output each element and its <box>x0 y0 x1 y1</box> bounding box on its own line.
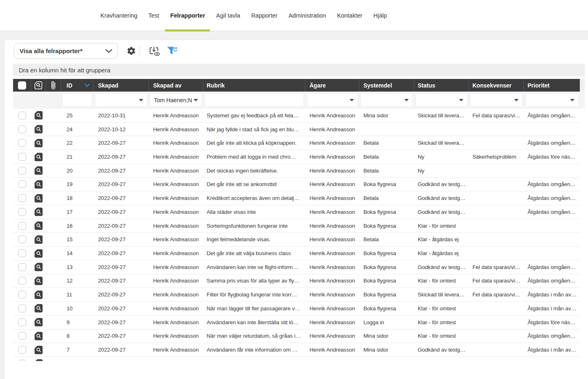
table-row[interactable]: 242022-10-12Henrik AndreassonNär jag fyl… <box>13 123 580 137</box>
preview-document-icon[interactable] <box>34 221 43 230</box>
row-checkbox[interactable] <box>18 277 26 285</box>
row-checkbox[interactable] <box>18 208 26 216</box>
table-row[interactable] <box>13 357 580 361</box>
column-header-sel[interactable] <box>13 79 31 92</box>
filter-skapad-input[interactable] <box>96 94 147 106</box>
cell-skapad: 2022-09-27 <box>94 264 149 270</box>
preview-document-icon[interactable] <box>34 235 43 244</box>
column-header-konsekvenser[interactable]: Konsekvenser <box>469 79 524 92</box>
preview-document-icon[interactable] <box>34 207 43 216</box>
filter-systemdel-input[interactable] <box>361 94 412 106</box>
view-selector-dropdown[interactable]: Visa alla felrapporter* <box>14 43 118 59</box>
filter-rubrik-input[interactable] <box>205 94 303 106</box>
column-header-skapadav[interactable]: Skapad av <box>149 79 203 92</box>
tab-kontakter[interactable]: Kontakter <box>337 0 363 31</box>
preview-document-icon[interactable] <box>34 290 43 299</box>
table-row[interactable]: 112022-09-27Henrik AndreassonFilter för … <box>13 288 580 302</box>
table-row[interactable]: 92022-09-27Henrik AndreassonAnvändaren k… <box>13 316 580 330</box>
preview-document-icon[interactable] <box>34 318 43 327</box>
row-checkbox[interactable] <box>18 139 26 147</box>
column-header-prioritet[interactable]: Prioritet <box>524 79 580 92</box>
row-checkbox[interactable] <box>18 291 26 298</box>
filter-skapadav-input[interactable]: Tom Haenen;N <box>151 94 201 106</box>
cell-rubrik: Problem med att logga in med chro… <box>203 154 305 160</box>
table-row[interactable]: 122022-09-27Henrik AndreassonSamma pris … <box>13 274 580 288</box>
tab-felrapporter[interactable]: Felrapporter <box>170 0 205 31</box>
row-checkbox[interactable] <box>18 194 26 202</box>
row-checkbox[interactable] <box>18 167 26 175</box>
preview-document-icon[interactable] <box>34 111 43 120</box>
tab-test[interactable]: Test <box>148 0 159 31</box>
select-all-checkbox[interactable] <box>18 81 26 90</box>
column-header-id[interactable]: ID <box>61 79 94 92</box>
table-row[interactable]: 252022-10-31Henrik AndreassonSystemet ga… <box>13 109 580 123</box>
row-preview-cell <box>31 249 46 258</box>
preview-document-icon[interactable] <box>34 125 43 134</box>
tab-rapporter[interactable]: Rapporter <box>251 0 277 31</box>
cell-systemdel: Boka flygresa <box>359 223 414 229</box>
row-checkbox[interactable] <box>18 235 26 243</box>
preview-document-icon[interactable] <box>34 139 43 148</box>
row-checkbox[interactable] <box>18 222 26 230</box>
preview-document-icon[interactable] <box>34 152 43 161</box>
preview-document-icon[interactable] <box>34 332 43 341</box>
tab-kravhantering[interactable]: Kravhantering <box>100 0 137 31</box>
row-checkbox[interactable] <box>18 305 26 312</box>
filter-refresh-icon[interactable] <box>164 46 182 56</box>
row-checkbox[interactable] <box>18 126 26 133</box>
tab-agil-tavla[interactable]: Agil tavla <box>216 0 240 31</box>
row-checkbox[interactable] <box>18 153 26 161</box>
table-row[interactable]: 182022-09-27Henrik AndreassonKreditkort … <box>13 191 580 205</box>
table-row[interactable]: 132022-09-27Henrik AndreassonAnvändaren … <box>13 260 580 274</box>
preview-document-icon[interactable] <box>34 194 43 203</box>
export-with-preview-icon[interactable] <box>146 46 163 56</box>
row-checkbox[interactable] <box>18 112 26 119</box>
table-row[interactable]: 202022-09-27Henrik AndreassonDet skickas… <box>13 164 580 178</box>
tab-administration[interactable]: Administration <box>289 0 326 31</box>
table-row[interactable]: 162022-09-27Henrik AndreassonSorteringsf… <box>13 219 580 233</box>
column-header-status[interactable]: Status <box>414 79 469 92</box>
row-checkbox[interactable] <box>18 263 26 271</box>
row-checkbox[interactable] <box>18 346 26 354</box>
preview-document-icon[interactable] <box>34 304 43 313</box>
column-header-agare[interactable]: Ägare <box>305 79 359 92</box>
cell-skapad: 2022-09-27 <box>94 168 149 174</box>
column-header-clip[interactable] <box>46 79 61 92</box>
gear-icon[interactable] <box>125 46 137 56</box>
preview-document-icon[interactable] <box>34 262 43 271</box>
table-row[interactable]: 152022-09-27Henrik AndreassonInget felme… <box>13 233 580 247</box>
column-header-systemdel[interactable]: Systemdel <box>359 79 414 92</box>
cell-skapadav: Henrik Andreasson <box>149 195 203 201</box>
preview-document-icon[interactable] <box>34 180 43 189</box>
tab-label: Hjälp <box>374 12 387 19</box>
row-checkbox[interactable] <box>18 180 26 188</box>
table-row[interactable]: 82022-09-27Henrik AndreassonNär man välj… <box>13 330 580 343</box>
group-by-bar[interactable]: Dra en kolumn hit för att gruppera <box>13 64 585 76</box>
table-row[interactable]: 222022-09-27Henrik AndreassonDet går int… <box>13 136 580 150</box>
preview-document-icon[interactable] <box>34 359 43 361</box>
column-header-rubrik[interactable]: Rubrik <box>203 79 305 92</box>
filter-prioritet-input[interactable] <box>526 94 578 106</box>
filter-konsekvenser-input[interactable] <box>471 94 522 106</box>
row-checkbox[interactable] <box>18 318 26 326</box>
table-row[interactable]: 192022-09-27Henrik AndreassonDet går int… <box>13 178 580 192</box>
row-checkbox[interactable] <box>18 249 26 257</box>
preview-document-icon[interactable] <box>34 249 43 258</box>
row-checkbox[interactable] <box>18 360 26 361</box>
row-checkbox[interactable] <box>18 332 26 340</box>
table-row[interactable]: 212022-09-27Henrik AndreassonProblem med… <box>13 150 580 164</box>
filter-status-input[interactable] <box>416 94 467 106</box>
filter-agare-input[interactable] <box>307 94 357 106</box>
column-header-skapad[interactable]: Skapad <box>94 79 149 92</box>
table-row[interactable]: 142022-09-27Henrik AndreassonDet går int… <box>13 247 580 260</box>
preview-document-icon[interactable] <box>34 166 43 175</box>
cell-rubrik: Det går inte att välja business class <box>203 250 305 256</box>
preview-document-icon[interactable] <box>34 276 43 285</box>
preview-document-icon[interactable] <box>34 345 43 354</box>
table-row[interactable]: 102022-09-27Henrik AndreassonNär man läg… <box>13 302 580 316</box>
filter-id-input[interactable] <box>63 94 91 106</box>
tab-hj-lp[interactable]: Hjälp <box>374 0 387 31</box>
table-row[interactable]: 172022-09-27Henrik AndreassonAlla städer… <box>13 205 580 219</box>
table-row[interactable]: 72022-09-27Henrik AndreassonAnvändaren f… <box>13 343 580 357</box>
column-header-preview[interactable] <box>31 79 46 92</box>
